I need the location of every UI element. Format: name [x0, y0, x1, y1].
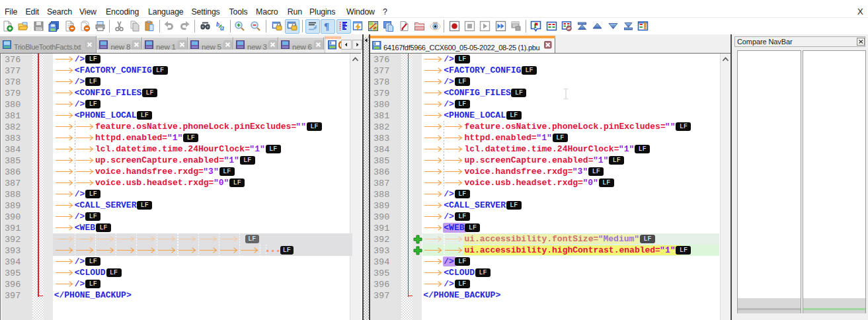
svg-text:¶: ¶	[324, 21, 329, 32]
svg-text:1: 1	[533, 23, 537, 29]
svg-text:a: a	[220, 23, 224, 32]
svg-text:b: b	[216, 20, 219, 28]
